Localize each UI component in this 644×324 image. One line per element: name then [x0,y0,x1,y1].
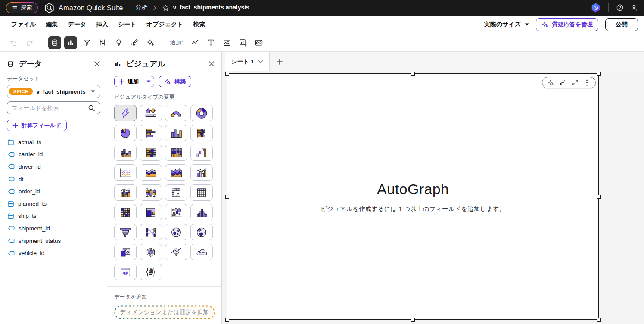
visual-type-histogram[interactable] [190,204,213,220]
format-visual-button[interactable] [128,36,141,49]
filter-icon [83,38,91,47]
visual-type-pivot-table[interactable] [165,184,187,201]
publish-button[interactable]: 公開 [605,18,638,31]
field-planned_ts[interactable]: planned_ts [0,198,107,210]
visual-type-pie[interactable] [114,125,137,141]
visual-type-insights[interactable] [165,244,187,260]
close-icon[interactable] [94,61,100,67]
favorite-star-icon[interactable] [162,4,169,12]
visual-type-custom-content[interactable] [114,264,137,280]
visual-type-map-layers[interactable] [114,244,137,260]
quick-hex-icon[interactable] [591,3,601,13]
add-text-button[interactable] [205,36,218,49]
visual-type-radar[interactable] [140,244,162,260]
build-sparkle-button[interactable] [144,36,157,49]
add-sheet-button[interactable] [276,58,283,65]
data-panel: データ データセット SPICE v_fact_shipments 計算フィール… [0,52,107,324]
menu-item-5[interactable]: シート [118,21,137,28]
dataset-selector[interactable]: SPICE v_fact_shipments [7,85,100,98]
help-icon[interactable] [616,4,624,12]
menu-item-4[interactable]: 挿入 [96,21,108,28]
analysis-title[interactable]: v_fact_shipments analysis [173,4,249,12]
visual-type-vertical-bar[interactable] [165,125,187,141]
field-well-placeholder[interactable]: ディメンションまたは測定を追加 [114,305,215,319]
visual-type-combo-stacked-bar-line[interactable] [114,184,137,201]
add-image-button[interactable] [221,36,233,49]
visual-type-horizontal-stacked-bar[interactable] [190,125,213,141]
visual-type-donut[interactable] [190,105,213,121]
visual-type-treemap[interactable] [140,204,162,220]
datetime-icon [7,201,14,207]
visual-type-stacked-area[interactable] [165,164,187,181]
visual-type-vertical-stacked-bar[interactable] [114,145,137,161]
field-carrier_id[interactable]: carrier_id [0,148,107,161]
field-shipment_status[interactable]: shipment_status [0,235,107,247]
calculated-field-button[interactable]: 計算フィールド [7,120,67,131]
visual-type-funnel[interactable] [114,224,137,240]
add-line-button[interactable] [189,36,202,49]
field-ship_ts[interactable]: ship_ts [0,210,107,223]
sheet-tab[interactable]: シート 1 [225,52,270,71]
visual-types-button[interactable] [64,36,77,49]
add-visual-caret-button[interactable] [143,76,154,87]
field-search-input[interactable] [12,105,88,111]
datasets-button[interactable] [48,36,61,49]
field-actual_ts[interactable]: actual_ts [0,136,107,148]
add-visual-button[interactable] [236,36,249,49]
view-size-dropdown[interactable]: 実際のサイズ [484,21,529,28]
visual-type-scatter-plot[interactable] [165,204,187,220]
field-vehicle_id[interactable]: vehicle_id [0,247,107,259]
close-icon[interactable] [208,61,215,67]
visual-type-box-plot[interactable] [140,184,162,201]
menu-item-2[interactable]: 編集 [46,21,58,28]
visual-type-table[interactable] [190,184,213,201]
sparkle-icon [164,78,171,85]
visual-type-word-cloud[interactable] [190,244,213,260]
breadcrumb-analyses-link[interactable]: 分析 [135,4,147,12]
visual-type-filled-map[interactable] [190,224,213,240]
insights-icon [115,38,123,47]
visual-type-points-on-map[interactable] [165,224,187,240]
visual-type-horizontal-stacked-100-bar[interactable] [140,145,162,161]
visual-type-area-line[interactable] [140,164,162,181]
undo-icon [9,38,18,47]
visual-type-sankey[interactable] [140,224,162,240]
visual-type-kpi[interactable] [140,105,162,121]
menu-item-1[interactable]: ファイル [11,21,36,28]
visual-type-horizontal-bar[interactable] [140,125,162,141]
controls-button[interactable] [96,36,109,49]
visual-type-vertical-stacked-100-bar[interactable] [165,145,187,161]
add-visual-button[interactable]: 追加 [115,76,143,87]
manage-qa-button[interactable]: 質疑応答を管理 [536,18,598,31]
menu-item-7[interactable]: 検索 [193,21,205,28]
string-icon [7,225,15,231]
redo-button[interactable] [23,36,36,49]
add-text-icon [207,38,215,47]
build-sparkle-icon [146,38,155,47]
visual-type-heatmap[interactable] [114,204,137,220]
undo-button[interactable] [7,36,20,49]
visual-type-combo-bar-line[interactable] [190,164,213,181]
user-icon[interactable] [630,4,638,12]
field-dt[interactable]: dt [0,173,107,186]
visual-type-waterfall[interactable] [190,145,213,161]
visual-type-line[interactable] [114,164,137,181]
insights-button[interactable] [112,36,125,49]
spice-badge: SPICE [9,88,33,95]
visual-type-autograph[interactable] [114,105,137,121]
explore-button[interactable]: 探索 [6,2,38,13]
filter-button[interactable] [80,36,93,49]
visual-type-narrative[interactable] [140,264,162,280]
build-button[interactable]: 構築 [159,76,191,87]
field-driver_id[interactable]: driver_id [0,160,107,173]
field-search [7,101,100,114]
add-embed-button[interactable] [252,36,265,49]
field-shipment_id[interactable]: shipment_id [0,222,107,235]
field-name: planned_ts [18,201,47,207]
field-name: carrier_id [19,151,43,157]
visual-type-gauge[interactable] [165,105,187,121]
menu-item-3[interactable]: データ [68,21,86,28]
field-order_id[interactable]: order_id [0,185,107,198]
menu-item-6[interactable]: オブジェクト [146,21,184,28]
selected-visual[interactable]: AutoGraph ビジュアルを作成するには 1 つ以上のフィールドを追加します… [227,73,599,320]
